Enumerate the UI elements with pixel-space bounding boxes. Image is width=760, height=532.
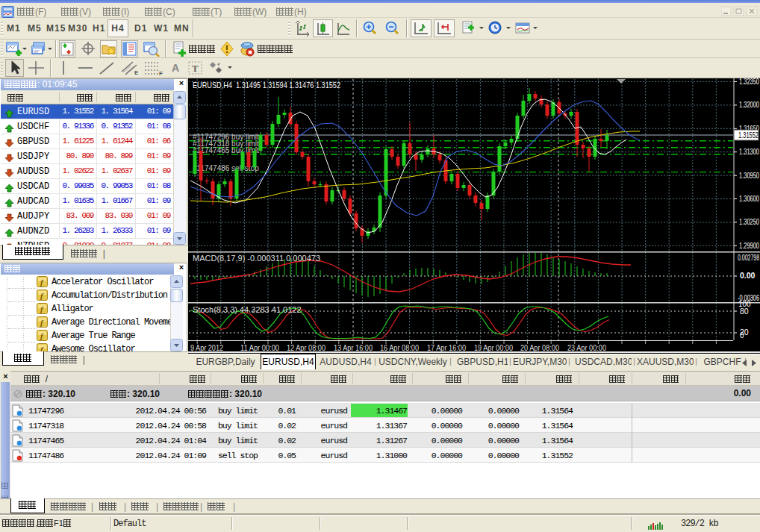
svg-text:12 Apr 08:00: 12 Apr 08:00: [287, 344, 326, 352]
svg-text:MACD(8,17,9) -0.000311 0.00047: MACD(8,17,9) -0.000311 0.000473: [193, 254, 320, 263]
svg-text:1.30250: 1.30250: [739, 217, 759, 226]
svg-text:E: E: [134, 69, 139, 76]
svg-text:80: 80: [740, 307, 749, 316]
svg-text:11 Apr 00:00: 11 Apr 00:00: [240, 344, 279, 352]
svg-text:0: 0: [740, 331, 744, 339]
svg-text:20 Apr 08:00: 20 Apr 08:00: [520, 344, 559, 352]
svg-text:13 Apr 16:00: 13 Apr 16:00: [334, 344, 373, 352]
svg-text:1.32350: 1.32350: [739, 78, 759, 86]
svg-text:T: T: [192, 63, 199, 74]
svg-text:EURUSD,H4 1.31495 1.31594 1.3: EURUSD,H4 1.31495 1.31594 1.31476 1.3155…: [193, 81, 340, 90]
svg-text:0.00: 0.00: [740, 271, 756, 280]
svg-text:19 Apr 00:00: 19 Apr 00:00: [474, 344, 513, 352]
svg-text:17 Apr 16:00: 17 Apr 16:00: [427, 344, 466, 352]
svg-text:1.32000: 1.32000: [739, 100, 759, 109]
svg-text:1.31300: 1.31300: [739, 147, 759, 156]
svg-text:Stoch(8,3,3) 44.3283 41.0122: Stoch(8,3,3) 44.3283 41.0122: [193, 305, 302, 314]
svg-text:1.29900: 1.29900: [739, 241, 759, 250]
svg-text:0.002798: 0.002798: [738, 254, 759, 262]
svg-text:16 Apr 08:00: 16 Apr 08:00: [380, 344, 419, 352]
svg-text:1.30950: 1.30950: [739, 171, 759, 180]
svg-text:1.31552: 1.31552: [738, 131, 759, 140]
svg-text:1.30600: 1.30600: [739, 194, 759, 203]
svg-text:9 Apr 2012: 9 Apr 2012: [190, 344, 223, 352]
svg-text:F: F: [159, 70, 163, 76]
svg-text:23 Apr 00:00: 23 Apr 00:00: [567, 344, 606, 352]
